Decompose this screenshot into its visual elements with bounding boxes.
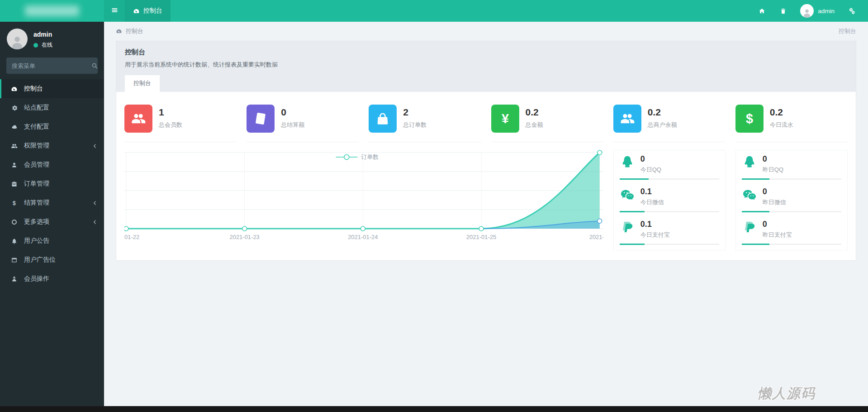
sidebar-item-more-options[interactable]: 更多选项	[0, 212, 104, 231]
sidebar: admin 在线 控制台站点配置支付配置权限管理会员管理订单管理$结算管理更多选…	[0, 22, 104, 412]
stat-card-total-orders: 2总订单数	[369, 105, 481, 142]
sidebar-toggle-button[interactable]	[104, 0, 125, 22]
tab-console[interactable]: 控制台	[125, 75, 160, 92]
gauge-icon	[133, 8, 140, 14]
stats-row: 1总会员数0总结算额2总订单数¥0.2总金额0.2总商户余额$0.2今日流水	[124, 105, 848, 142]
sidebar-item-member-ops[interactable]: 会员操作	[0, 269, 104, 288]
svg-text:¥: ¥	[502, 111, 509, 126]
dollar-icon: $	[10, 200, 19, 206]
home-icon	[759, 8, 765, 14]
progress-bar	[620, 178, 719, 180]
sidebar-item-label: 更多选项	[24, 218, 49, 226]
today-stats-panel: 0今日QQ0.1今日微信0.1今日支付宝	[613, 150, 726, 250]
svg-text:2021-01-24: 2021-01-24	[348, 234, 378, 240]
home-button[interactable]	[751, 0, 773, 22]
progress-bar	[620, 211, 719, 212]
sidebar-item-settlement[interactable]: $结算管理	[0, 193, 104, 212]
dollar-big-icon: $	[735, 105, 764, 133]
cloud-icon	[10, 124, 19, 130]
stat-card-today-flow: $0.2今日流水	[735, 105, 848, 142]
svg-text:2021-01-23: 2021-01-23	[229, 234, 259, 240]
mini-stat-value: 0	[763, 154, 783, 164]
svg-text:2021-0: 2021-0	[589, 234, 603, 240]
sidebar-item-label: 会员管理	[24, 161, 49, 169]
svg-text:$: $	[746, 111, 753, 126]
search-input[interactable]	[12, 62, 91, 69]
sidebar-item-orders[interactable]: 订单管理	[0, 174, 104, 193]
mini-stat-value: 0.1	[640, 220, 670, 229]
sidebar-item-label: 用户广告位	[24, 256, 56, 264]
sidebar-username: admin	[33, 31, 52, 38]
sidebar-user-panel: admin 在线	[0, 22, 104, 54]
stat-label: 总商户余额	[648, 121, 677, 129]
stat-value: 2	[403, 107, 427, 118]
breadcrumb-right-label: 控制台	[839, 27, 856, 35]
users-icon	[124, 105, 152, 133]
online-status-label: 在线	[42, 41, 52, 49]
breadcrumb-item-console[interactable]: 控制台	[126, 27, 143, 35]
qq-icon	[620, 154, 635, 170]
users-icon	[10, 143, 19, 149]
progress-bar	[742, 244, 841, 245]
sidebar-item-console[interactable]: 控制台	[0, 79, 104, 98]
yesterday-stats-panel: 0昨日QQ0昨日微信0昨日支付宝	[735, 150, 848, 250]
online-dot	[33, 43, 38, 48]
page-subtitle: 用于展示当前系统中的统计数据、统计报表及重要实时数据	[125, 61, 847, 69]
tab-strip: 控制台	[125, 75, 847, 92]
mini-stat-today-qq: 0今日QQ	[620, 152, 719, 180]
stat-card-total-members: 1总会员数	[124, 105, 237, 142]
settings-button[interactable]	[841, 0, 863, 22]
topbar-right: admin	[751, 0, 868, 22]
topbar-tab-console[interactable]: 控制台	[125, 0, 171, 22]
book-icon	[247, 105, 275, 133]
stat-value: 0.2	[526, 107, 543, 118]
adspace-icon	[10, 257, 19, 263]
mini-stat-label: 昨日微信	[763, 198, 786, 206]
stat-value: 0.2	[770, 107, 793, 118]
stat-label: 总结算额	[281, 121, 304, 129]
avatar	[7, 29, 28, 49]
sidebar-item-user-adspace[interactable]: 用户广告位	[0, 250, 104, 269]
username: admin	[818, 8, 835, 14]
page-header: 控制台 用于展示当前系统中的统计数据、统计报表及重要实时数据 控制台	[116, 41, 856, 92]
sidebar-item-permissions[interactable]: 权限管理	[0, 136, 104, 155]
search-icon[interactable]	[91, 62, 98, 69]
stat-label: 总会员数	[159, 121, 182, 129]
topbar-tab-label: 控制台	[143, 7, 162, 15]
sidebar-item-site-config[interactable]: 站点配置	[0, 98, 104, 117]
topbar: 控制台 admin	[0, 0, 868, 22]
main-content: 控制台 控制台 控制台 用于展示当前系统中的统计数据、统计报表及重要实时数据 控…	[104, 0, 868, 261]
bell-icon	[10, 238, 19, 244]
alipay-icon	[620, 220, 635, 235]
mini-stat-label: 今日支付宝	[640, 231, 670, 239]
sidebar-item-label: 订单管理	[24, 180, 49, 188]
menu-icon	[111, 6, 119, 16]
wechat-icon	[620, 187, 635, 202]
watermark: 懒人源码	[758, 384, 816, 403]
mini-stat-value: 0.1	[640, 187, 664, 196]
mini-stat-yesterday-alipay: 0昨日支付宝	[742, 217, 841, 245]
stat-label: 总金额	[526, 121, 543, 129]
stat-card-total-settlement: 0总结算额	[247, 105, 359, 142]
user-menu[interactable]: admin	[794, 4, 841, 18]
alipay-icon	[742, 220, 757, 235]
sidebar-item-label: 结算管理	[24, 199, 49, 207]
angle-left-icon	[92, 143, 98, 149]
orders-chart[interactable]: 订单数01-222021-01-232021-01-242021-01-2520…	[124, 150, 603, 250]
page-title: 控制台	[125, 48, 847, 57]
sidebar-item-user-notice[interactable]: 用户公告	[0, 231, 104, 250]
progress-bar	[620, 244, 719, 245]
sidebar-item-members[interactable]: 会员管理	[0, 155, 104, 174]
mini-stat-label: 昨日支付宝	[763, 231, 792, 239]
sidebar-item-pay-config[interactable]: 支付配置	[0, 117, 104, 136]
qq-icon	[742, 154, 757, 170]
mini-stat-today-wechat: 0.1今日微信	[620, 185, 719, 212]
member-ops-icon	[10, 276, 19, 283]
stat-value: 0	[281, 107, 304, 118]
svg-text:2021-01-25: 2021-01-25	[466, 234, 496, 240]
trash-button[interactable]	[773, 0, 794, 22]
sidebar-item-label: 权限管理	[24, 142, 49, 150]
app-logo[interactable]	[0, 0, 104, 22]
menu-search-box	[6, 57, 98, 74]
gauge-icon	[10, 86, 19, 92]
